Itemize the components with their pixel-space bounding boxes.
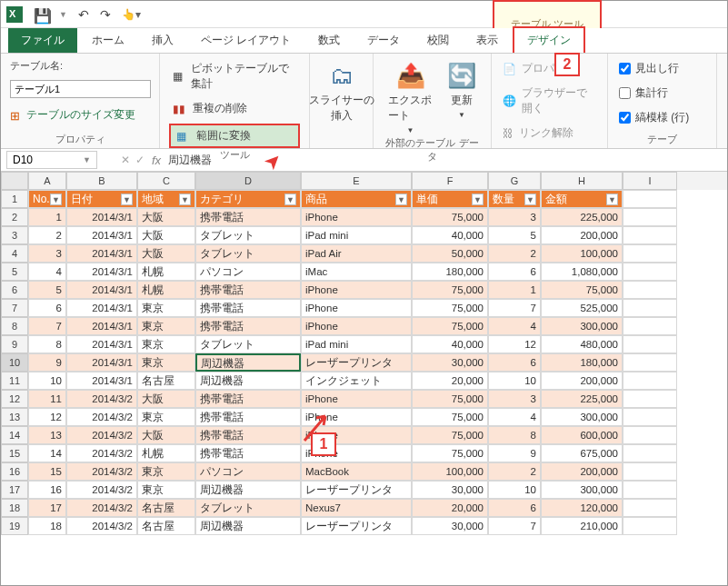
- qat-dropdown-icon[interactable]: ▼: [59, 10, 67, 19]
- cell[interactable]: iPhone: [301, 390, 412, 408]
- cell[interactable]: 6: [488, 499, 541, 517]
- row-header-5[interactable]: 5: [1, 263, 28, 281]
- cell[interactable]: インクジェット: [301, 372, 412, 390]
- cell-empty[interactable]: [623, 372, 677, 390]
- cell[interactable]: 30,000: [412, 481, 488, 499]
- cell[interactable]: 大阪: [137, 226, 195, 244]
- cell[interactable]: 2014/3/2: [66, 408, 137, 426]
- cell[interactable]: 1: [28, 208, 66, 226]
- cell[interactable]: 11: [28, 390, 66, 408]
- cell[interactable]: iPhone: [301, 208, 412, 226]
- cell[interactable]: 16: [28, 481, 66, 499]
- cell-empty[interactable]: [623, 408, 677, 426]
- cell[interactable]: 携帯電話: [195, 408, 301, 426]
- cell[interactable]: 75,000: [541, 281, 623, 299]
- filter-icon[interactable]: ▼: [121, 194, 133, 205]
- cell-empty[interactable]: [623, 444, 677, 462]
- cell[interactable]: タブレット: [195, 244, 301, 263]
- cell[interactable]: 10: [28, 372, 66, 390]
- tab-design[interactable]: デザイン: [513, 26, 585, 53]
- row-header-10[interactable]: 10: [1, 353, 28, 372]
- cell[interactable]: 2014/3/1: [66, 263, 137, 281]
- cell[interactable]: iPad mini: [301, 226, 412, 244]
- cell[interactable]: 3: [488, 390, 541, 408]
- cell[interactable]: 20,000: [412, 499, 488, 517]
- cell-empty[interactable]: [623, 244, 677, 263]
- tab-review[interactable]: 校閲: [414, 28, 462, 53]
- cell[interactable]: 9: [28, 353, 66, 372]
- cell[interactable]: 大阪: [137, 208, 195, 226]
- cell[interactable]: 札幌: [137, 444, 195, 462]
- cell-empty[interactable]: [623, 335, 677, 353]
- cell[interactable]: 7: [488, 517, 541, 535]
- cell[interactable]: 30,000: [412, 517, 488, 535]
- row-header-8[interactable]: 8: [1, 317, 28, 335]
- cell[interactable]: 225,000: [541, 390, 623, 408]
- cell[interactable]: 東京: [137, 462, 195, 481]
- cell[interactable]: 8: [488, 426, 541, 444]
- th-qty[interactable]: 数量▼: [488, 190, 541, 208]
- cell-empty[interactable]: [623, 317, 677, 335]
- cell[interactable]: iPhone: [301, 299, 412, 317]
- table-name-input[interactable]: [10, 80, 151, 98]
- cell[interactable]: 15: [28, 462, 66, 481]
- cell-empty[interactable]: [623, 190, 677, 208]
- cell[interactable]: 75,000: [412, 426, 488, 444]
- cell[interactable]: 75,000: [412, 281, 488, 299]
- row-header-13[interactable]: 13: [1, 408, 28, 426]
- row-header-2[interactable]: 2: [1, 208, 28, 226]
- cell[interactable]: iPad Air: [301, 244, 412, 263]
- th-amount[interactable]: 金額▼: [541, 190, 623, 208]
- row-header-18[interactable]: 18: [1, 499, 28, 517]
- cell[interactable]: パソコン: [195, 462, 301, 481]
- cell[interactable]: 120,000: [541, 499, 623, 517]
- cell[interactable]: 75,000: [412, 444, 488, 462]
- tab-data[interactable]: データ: [354, 28, 413, 53]
- cell-empty[interactable]: [623, 281, 677, 299]
- tab-view[interactable]: 表示: [464, 28, 511, 53]
- cell[interactable]: 12: [488, 335, 541, 353]
- spreadsheet-grid[interactable]: A B C D E F G H I 1 No.▼ 日付▼ 地域▼ カテゴリ▼ 商…: [1, 172, 727, 535]
- cell[interactable]: 100,000: [541, 244, 623, 263]
- row-header-7[interactable]: 7: [1, 299, 28, 317]
- th-category[interactable]: カテゴリ▼: [195, 190, 301, 208]
- cell[interactable]: 東京: [137, 408, 195, 426]
- cell[interactable]: iMac: [301, 263, 412, 281]
- cell[interactable]: 6: [488, 353, 541, 372]
- filter-icon[interactable]: ▼: [472, 194, 484, 205]
- export-button[interactable]: 📤 エクスポート▼: [383, 59, 438, 136]
- th-no[interactable]: No.▼: [28, 190, 66, 208]
- cell[interactable]: 12: [28, 408, 66, 426]
- cell-empty[interactable]: [623, 353, 677, 372]
- cell[interactable]: 180,000: [412, 263, 488, 281]
- cell[interactable]: iPad mini: [301, 335, 412, 353]
- cell[interactable]: 2014/3/1: [66, 208, 137, 226]
- cell[interactable]: 携帯電話: [195, 208, 301, 226]
- cell-empty[interactable]: [623, 390, 677, 408]
- th-product[interactable]: 商品▼: [301, 190, 412, 208]
- cell[interactable]: 50,000: [412, 244, 488, 263]
- col-header-E[interactable]: E: [301, 172, 412, 190]
- cell[interactable]: レーザープリンタ: [301, 481, 412, 499]
- cell[interactable]: iPhone: [301, 317, 412, 335]
- banded-rows-checkbox[interactable]: 縞模様 (行): [617, 108, 707, 127]
- cell[interactable]: タブレット: [195, 499, 301, 517]
- filter-icon[interactable]: ▼: [179, 194, 191, 205]
- cell[interactable]: 2014/3/1: [66, 317, 137, 335]
- redo-icon[interactable]: ↷: [100, 7, 111, 22]
- cell[interactable]: 100,000: [412, 462, 488, 481]
- cell[interactable]: 2014/3/1: [66, 226, 137, 244]
- header-row-checkbox[interactable]: 見出し行: [617, 59, 707, 78]
- filter-icon[interactable]: ▼: [606, 194, 618, 205]
- cell[interactable]: 200,000: [541, 462, 623, 481]
- row-header-12[interactable]: 12: [1, 390, 28, 408]
- cell[interactable]: 2014/3/2: [66, 390, 137, 408]
- row-header-15[interactable]: 15: [1, 444, 28, 462]
- filter-icon[interactable]: ▼: [524, 194, 536, 205]
- cell-empty[interactable]: [623, 481, 677, 499]
- cell[interactable]: 200,000: [541, 372, 623, 390]
- cell[interactable]: 17: [28, 499, 66, 517]
- cell[interactable]: 6: [488, 263, 541, 281]
- save-icon[interactable]: 💾: [34, 7, 48, 22]
- cell[interactable]: 周辺機器: [195, 353, 301, 372]
